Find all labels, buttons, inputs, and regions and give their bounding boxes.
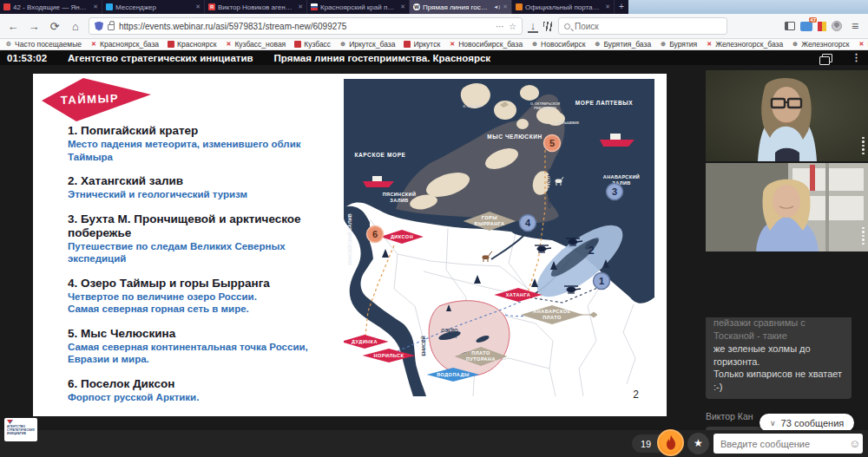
tab-close-icon[interactable]: ✕ [298,3,303,10]
more-options-icon[interactable]: ⋯ [496,22,504,31]
slide-attractions-list: 1. Попигайский кратерМесто падения метео… [68,124,337,415]
organizer-name: Агентство стратегических инициатив [68,53,253,63]
kebab-menu-icon[interactable]: ⋮ [852,52,861,63]
bookmark-label: Иркутск_база [349,40,395,49]
tab-close-icon[interactable]: ✕ [503,3,508,10]
bookmark-item[interactable]: Кузбасс [294,40,331,49]
search-box[interactable] [558,17,727,35]
search-input[interactable] [575,22,721,31]
bookmark-item[interactable]: ✕Красноярск_база [90,40,159,49]
chevron-down-icon: ∨ [770,419,776,428]
joomla-icon: ✕ [90,41,97,48]
browser-tab[interactable]: Мессенджер✕ [102,0,205,14]
sea-label: МЫС ЧЕЛЮСКИН [487,134,542,140]
taymyr-map: МОРЕ ЛАПТЕВЫХКАРСКОЕ МОРЕМЫС ЧЕЛЮСКИНПЯС… [344,79,654,396]
bookmark-item[interactable]: ✕Наука_база [858,40,868,49]
chat-message-input[interactable] [720,439,844,449]
bookmark-item[interactable]: Красноярск [168,40,216,49]
globe-icon: ⊕ [660,41,667,48]
scroll-to-latest-pill[interactable]: ∨ 73 сообщения [760,414,854,432]
browser-tab[interactable]: 42 - Входящие — Яндекс.Почт✕ [0,0,102,14]
sea-label: МОРЕ ЛАПТЕВЫХ [575,100,633,106]
chat-bubble: пейзажи сравнимы с Тосканой - такиеже зе… [706,317,852,399]
island-label: О. ОКТЯБРЬСКОЙРЕВОЛЮЦИИ [530,102,560,110]
bookmark-item[interactable]: ✕Железногорск_база [706,40,783,49]
lock-icon [108,24,115,30]
bookmark-item[interactable]: ⚙Часто посещаемые [5,40,82,49]
mail-icon[interactable]: 47 [800,22,812,31]
bookmark-item[interactable]: ⊕Бурятия [660,40,697,49]
webinar-favicon: W [413,3,420,10]
window-titlebar [628,0,868,14]
refresh-icon[interactable]: ⟳ [47,21,62,32]
bookmark-item[interactable]: ✕Новосибирск_база [449,40,523,49]
chat-input-bar: ☺ [713,434,863,454]
menu-icon[interactable]: ≡ [847,20,863,32]
joomla-icon: ✕ [225,41,232,48]
forward-icon[interactable]: → [26,21,42,32]
browser-tab[interactable]: ЯВиктор Новиков агентство тур✕ [205,0,307,14]
flame-icon [665,435,677,450]
bookmarks-flag-icon[interactable] [818,22,826,31]
downloads-icon[interactable]: ↓ [528,20,538,33]
url-bar[interactable]: ⋯ ☆ [89,17,523,35]
emoji-icon[interactable]: ☺ [849,437,860,450]
bookmark-label: Новосибирск [541,40,585,49]
tab-title: Официальный портал Красн [525,3,602,11]
island-label: О. ПИОНЕР [463,105,482,108]
video-options-handle[interactable] [862,137,865,155]
home-icon[interactable]: ⌂ [68,21,83,32]
video-options-handle[interactable] [862,227,865,245]
bookmark-item[interactable]: ⊕Бурятия_база [594,40,651,49]
sidebar-toggle-icon[interactable] [785,22,795,30]
map-marker-number: 3 [612,186,617,197]
globe-icon: ⊕ [531,41,538,48]
video-participant-1 [706,70,868,161]
asi-logo: АГЕНТСТВО СТРАТЕГИЧЕСКИХ ИНИЦИАТИВ [4,418,37,441]
svg-text:ТАЙМЫР: ТАЙМЫР [61,92,120,107]
webinar-header: 01:53:02 Агентство стратегических инициа… [0,50,868,65]
bookmark-item[interactable]: ⊕Железногорск [792,40,849,49]
bookmark-label: Железногорск_база [715,40,783,49]
ru-flag-favicon [311,3,318,10]
tab-close-icon[interactable]: ✕ [605,3,610,10]
browser-tab[interactable]: Красноярский край предлож✕ [307,0,410,14]
bottom-bar: АГЕНТСТВО СТРАТЕГИЧЕСКИХ ИНИЦИАТИВ 19 ★ … [0,430,868,457]
bookmark-label: Железногорск [801,40,849,49]
tab-audio-icon[interactable]: ◄) [493,4,500,10]
tab-close-icon[interactable]: ✕ [93,3,98,10]
browser-tab[interactable]: Официальный портал Красн✕ [512,0,615,14]
chat-toggle-icon[interactable] [822,54,832,62]
tab-close-icon[interactable]: ✕ [195,3,201,10]
bookmark-label: Красноярск [177,40,216,49]
vertical-label: ОЗЕРО ТАЙМЫР [546,168,552,208]
presentation-slide: ТАЙМЫР 1. Попигайский кратерМесто падени… [33,74,667,416]
browser-tab[interactable]: WПрямая линия гостеприим◄)✕ [410,0,512,14]
library-icon[interactable] [543,22,553,31]
list-item: 5. Мыс ЧелюскинаСамая северная континент… [68,327,337,366]
tracking-shield-icon[interactable] [95,22,103,31]
bookmark-item[interactable]: ⊕Новосибирск [531,40,585,49]
messenger-favicon [106,3,113,10]
map-marker-number: 1 [599,276,604,286]
star-reaction-button[interactable]: ★ [687,433,709,454]
list-item: 3. Бухта М. Прончищевой и арктическое по… [68,212,337,265]
bookmark-item[interactable]: ⊕Иркутск_база [339,40,395,49]
search-icon [564,23,570,29]
bookmark-label: Часто посещаемые [15,40,82,49]
bookmark-item[interactable]: Иркутск [404,40,440,49]
url-input[interactable] [119,22,491,31]
bookmark-label: Кузбасс [304,40,331,49]
island-label: О. БОЛЬШЕВИК [553,121,580,125]
bookmark-item[interactable]: ✕Кузбасс_новая [225,40,286,49]
list-item: 4. Озеро Таймыр и горы БыррангаЧетвертое… [68,277,337,316]
webinar-stage: ТАЙМЫР 1. Попигайский кратерМесто падени… [0,65,868,430]
tab-title: Мессенджер [115,3,193,11]
map-marker-number: 4 [525,218,531,228]
tab-close-icon[interactable]: ✕ [400,3,405,10]
account-icon[interactable] [832,21,842,31]
new-tab-button[interactable]: + [615,0,628,14]
bookmark-star-icon[interactable]: ☆ [509,22,516,31]
flame-reaction-button[interactable] [657,429,684,456]
back-icon[interactable]: ← [5,21,21,32]
